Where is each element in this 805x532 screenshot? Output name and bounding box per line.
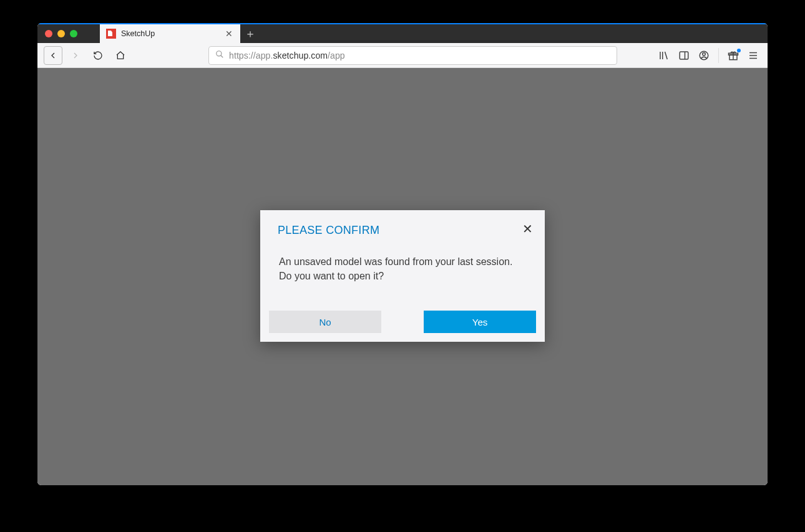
tab-title: SketchUp xyxy=(121,29,155,38)
window-maximize-button[interactable] xyxy=(70,30,77,37)
home-button[interactable] xyxy=(111,46,130,65)
back-button[interactable] xyxy=(44,46,62,65)
svg-point-0 xyxy=(217,51,222,56)
library-icon[interactable] xyxy=(658,50,670,61)
dialog-title: PLEASE CONFIRM xyxy=(278,224,379,237)
window-controls xyxy=(37,24,100,43)
browser-toolbar: https://app.sketchup.com/app xyxy=(37,43,768,68)
app-content-area: PLEASE CONFIRM ✕ An unsaved model was fo… xyxy=(37,68,768,485)
new-tab-button[interactable]: ＋ xyxy=(240,24,260,43)
url-text: https://app.sketchup.com/app xyxy=(229,51,345,60)
yes-button[interactable]: Yes xyxy=(424,311,536,333)
gift-icon[interactable] xyxy=(728,50,739,61)
address-bar[interactable]: https://app.sketchup.com/app xyxy=(208,46,617,65)
sidebar-icon[interactable] xyxy=(678,50,690,61)
menu-icon[interactable] xyxy=(748,50,759,61)
reload-button[interactable] xyxy=(89,46,107,65)
dialog-text-line1: An unsaved model was found from your las… xyxy=(279,254,526,269)
browser-window: SketchUp ✕ ＋ https://app.sketchup.com/ap… xyxy=(37,23,768,485)
svg-rect-1 xyxy=(680,52,688,59)
dialog-text-line2: Do you want to open it? xyxy=(279,269,526,283)
search-icon xyxy=(215,50,224,60)
notification-dot-icon xyxy=(737,49,741,52)
confirm-dialog: PLEASE CONFIRM ✕ An unsaved model was fo… xyxy=(260,210,545,342)
browser-tab-sketchup[interactable]: SketchUp ✕ xyxy=(100,24,240,43)
sketchup-favicon-icon xyxy=(106,29,116,39)
window-minimize-button[interactable] xyxy=(57,30,65,37)
tab-close-button[interactable]: ✕ xyxy=(224,29,234,39)
forward-button[interactable] xyxy=(66,46,85,65)
toolbar-right-icons xyxy=(658,48,761,63)
no-button[interactable]: No xyxy=(269,311,381,333)
account-icon[interactable] xyxy=(698,50,710,61)
dialog-close-button[interactable]: ✕ xyxy=(520,221,535,236)
svg-point-3 xyxy=(703,52,706,56)
toolbar-separator xyxy=(718,48,719,63)
dialog-body: An unsaved model was found from your las… xyxy=(260,237,545,311)
tab-bar: SketchUp ✕ ＋ xyxy=(37,23,768,43)
window-close-button[interactable] xyxy=(45,30,52,37)
